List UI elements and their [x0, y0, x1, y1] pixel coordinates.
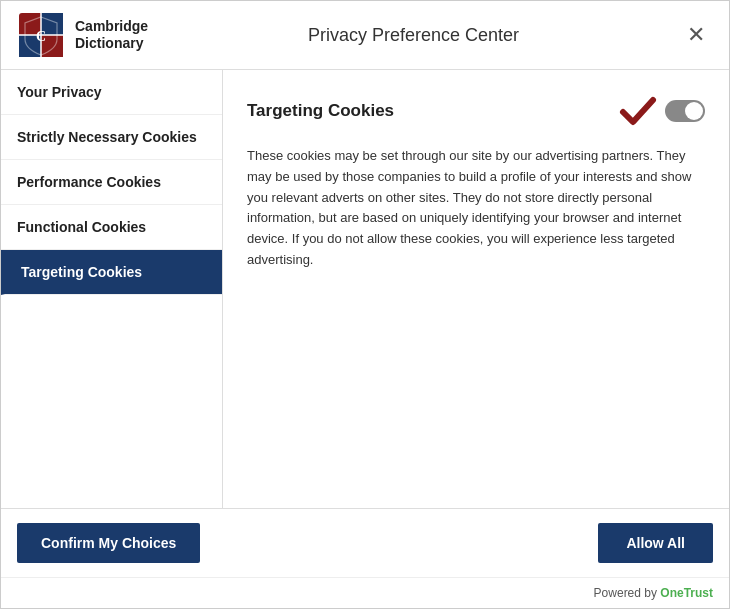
- svg-text:C: C: [36, 29, 46, 44]
- sidebar-item-your-privacy[interactable]: Your Privacy: [1, 70, 222, 115]
- targeting-cookies-toggle[interactable]: [665, 100, 705, 122]
- toggle-container: [617, 90, 705, 132]
- confirm-choices-button[interactable]: Confirm My Choices: [17, 523, 200, 563]
- logo-name-line2: Dictionary: [75, 35, 148, 52]
- header: C Cambridge Dictionary Privacy Preferenc…: [1, 1, 729, 70]
- sidebar: Your Privacy Strictly Necessary Cookies …: [1, 70, 223, 508]
- logo-box: C: [17, 11, 65, 59]
- onetrust-brand: OneTrust: [660, 586, 713, 600]
- cambridge-logo: C: [19, 13, 63, 57]
- logo-name-line1: Cambridge: [75, 18, 148, 35]
- checkmark-icon: [617, 90, 659, 132]
- section-title: Targeting Cookies: [247, 101, 394, 121]
- main-content: Targeting Cookies These cookies may be s…: [223, 70, 729, 508]
- close-button[interactable]: ✕: [679, 20, 713, 50]
- sidebar-item-functional[interactable]: Functional Cookies: [1, 205, 222, 250]
- section-header: Targeting Cookies: [247, 90, 705, 132]
- modal-title: Privacy Preference Center: [308, 25, 519, 46]
- powered-by-text: Powered by: [594, 586, 661, 600]
- sidebar-item-strictly-necessary[interactable]: Strictly Necessary Cookies: [1, 115, 222, 160]
- header-left: C Cambridge Dictionary: [17, 11, 148, 59]
- body: Your Privacy Strictly Necessary Cookies …: [1, 70, 729, 508]
- sidebar-item-targeting[interactable]: Targeting Cookies: [1, 250, 222, 295]
- section-description: These cookies may be set through our sit…: [247, 146, 705, 271]
- modal: C Cambridge Dictionary Privacy Preferenc…: [0, 0, 730, 609]
- sidebar-item-performance[interactable]: Performance Cookies: [1, 160, 222, 205]
- logo-text: Cambridge Dictionary: [75, 18, 148, 52]
- footer-bottom: Powered by OneTrust: [1, 577, 729, 608]
- allow-all-button[interactable]: Allow All: [598, 523, 713, 563]
- footer: Confirm My Choices Allow All: [1, 508, 729, 577]
